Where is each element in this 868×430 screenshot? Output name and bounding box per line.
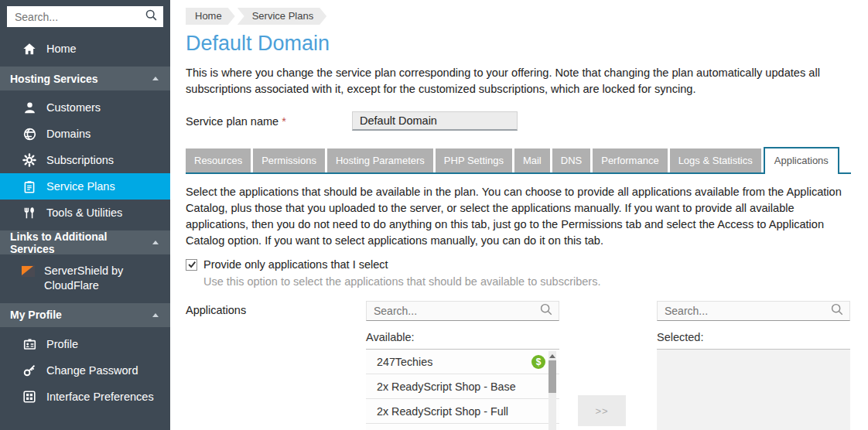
available-list: 247Techies $ 2x ReadyScript Shop - Base … [366,349,559,430]
tab-hosting-parameters[interactable]: Hosting Parameters [327,148,433,172]
person-icon [22,101,37,114]
chevron-up-icon [152,241,159,244]
list-item[interactable]: 2x ReadyScript Shop - Base [366,374,559,399]
available-search[interactable] [366,301,559,321]
clipboard-icon [22,180,37,193]
sidebar-item-tools-utilities[interactable]: Tools & Utilities [0,200,170,226]
sidebar-item-label: Service Plans [46,180,115,193]
section-title: Hosting Services [10,73,98,85]
available-column: Available: 247Techies $ 2x ReadyScript S… [366,301,559,430]
sidebar-item-customers[interactable]: Customers [0,94,170,121]
sidebar: Home Hosting Services Customers Domains … [0,0,170,430]
selected-list-label: Selected: [657,331,850,343]
required-asterisk: * [282,115,286,128]
sidebar-item-home[interactable]: Home [0,36,170,62]
sidebar-item-profile[interactable]: Profile [0,331,170,357]
tab-php-settings[interactable]: PHP Settings [436,148,512,172]
available-list-scrollbar[interactable] [548,351,556,430]
selected-search[interactable] [657,301,850,321]
grid-icon [22,391,37,403]
sidebar-item-label: Customers [46,101,101,114]
move-buttons-column: >> [559,301,657,430]
sidebar-item-label: Tools & Utilities [46,206,122,219]
breadcrumb-home[interactable]: Home [186,8,235,25]
available-list-label: Available: [366,331,559,343]
tab-dns[interactable]: DNS [552,148,590,172]
selected-column: Selected: [657,301,850,430]
search-icon [145,9,158,25]
selected-list[interactable] [657,349,850,430]
page-description: This is where you change the service pla… [186,65,851,97]
list-item[interactable]: 2x ReadyScript Shop - Full [366,399,559,424]
sidebar-item-label: Subscriptions [46,154,114,166]
sidebar-item-label: Profile [46,338,78,350]
move-right-button[interactable]: >> [578,395,626,426]
selected-search-input[interactable] [665,305,830,317]
provide-only-apps-checkbox[interactable] [186,259,197,271]
tab-resources[interactable]: Resources [186,148,251,172]
section-title: Links to Additional Services [10,230,152,255]
applications-picker: Applications Available: 247Techies $ [186,301,851,430]
tab-mail[interactable]: Mail [514,148,550,172]
sidebar-search[interactable] [7,6,163,27]
sidebar-section-my-profile[interactable]: My Profile [0,303,170,327]
checkbox-hint: Use this option to select the applicatio… [203,275,851,288]
globe-icon [22,128,37,141]
sidebar-item-servershield[interactable]: ServerShield by CloudFlare [0,258,170,299]
sidebar-item-domains[interactable]: Domains [0,121,170,147]
home-icon [22,43,37,56]
sidebar-item-label: ServerShield by CloudFlare [44,264,159,293]
sidebar-item-label: Home [46,43,77,55]
servershield-icon [22,265,35,277]
sidebar-item-change-password[interactable]: Change Password [0,357,170,384]
chevron-up-icon [152,77,159,80]
breadcrumb: Home Service Plans [186,8,851,25]
tab-logs-statistics[interactable]: Logs & Statistics [670,148,761,172]
sidebar-item-interface-preferences[interactable]: Interface Preferences [0,384,170,410]
id-card-icon [22,338,37,350]
utensils-icon [22,206,37,220]
list-item[interactable]: 247Techies $ [366,350,559,374]
breadcrumb-service-plans[interactable]: Service Plans [238,8,326,25]
tab-performance[interactable]: Performance [593,148,667,172]
sidebar-item-label: Change Password [46,364,138,377]
main-content: Home Service Plans Default Domain This i… [170,0,868,430]
page-title: Default Domain [186,32,851,56]
available-search-input[interactable] [374,305,539,317]
sidebar-section-links-additional-services[interactable]: Links to Additional Services [0,230,170,254]
provide-only-apps-label: Provide only applications that I select [203,258,388,271]
app-window: Home Hosting Services Customers Domains … [0,0,868,430]
applications-field-label: Applications [186,301,366,430]
section-title: My Profile [10,309,62,321]
sidebar-section-hosting-services[interactable]: Hosting Services [0,67,170,90]
chevron-up-icon [152,313,159,317]
sidebar-item-subscriptions[interactable]: Subscriptions [0,147,170,173]
search-icon [539,302,553,319]
tab-applications[interactable]: Applications [764,147,839,174]
sidebar-search-input[interactable] [15,11,145,23]
provide-only-apps-row: Provide only applications that I select [186,258,851,271]
service-plan-name-row: Service plan name * [186,111,851,131]
scrollbar-thumb[interactable] [548,360,556,393]
tab-description: Select the applications that should be a… [186,184,851,248]
tab-bar: Resources Permissions Hosting Parameters… [186,147,851,174]
sidebar-item-label: Domains [46,128,91,140]
gear-icon [22,153,37,167]
service-plan-name-label: Service plan name * [186,115,352,128]
tab-permissions[interactable]: Permissions [253,148,325,172]
sidebar-item-label: Interface Preferences [46,391,154,403]
service-plan-name-input[interactable] [352,111,518,131]
scroll-up-icon[interactable] [549,354,555,358]
sidebar-item-service-plans[interactable]: Service Plans [0,173,170,200]
key-icon [22,363,37,377]
paid-icon: $ [531,355,545,369]
list-item[interactable]: 2x ReadyScript Shop - Middle [366,424,559,430]
search-icon [830,302,844,319]
checkmark-icon [187,260,196,269]
